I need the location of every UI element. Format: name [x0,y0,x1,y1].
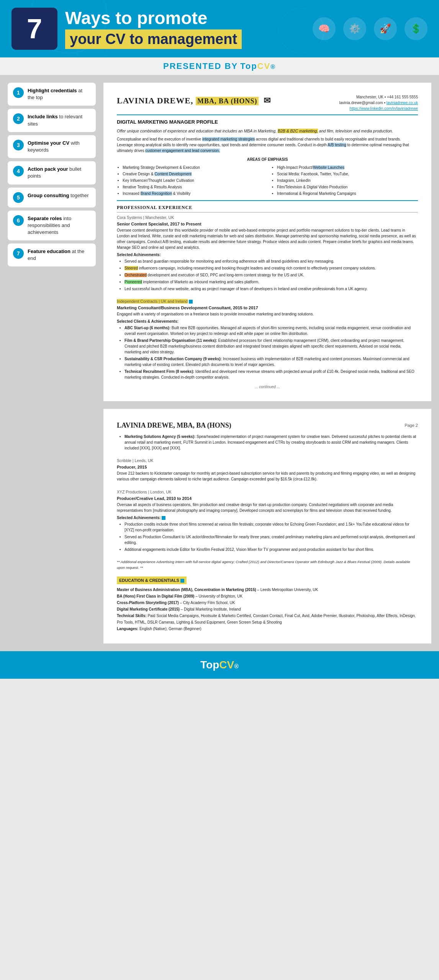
edu-item-1: Master of Business Administration (MBA),… [117,586,418,593]
area-item-6: Instagram, LinkedIn [277,178,418,183]
sidebar-number-2: 2 [13,113,24,124]
sidebar-text-4: Action pack your bullet points [28,166,90,180]
page-header: 7 Ways to promote your CV to management … [0,0,439,57]
cv-page-1: Lavinia Drewe, MBA, BA (Hons) ✉ Manchest… [103,83,431,401]
edu-item-4: Digital Marketing Certificate (2015) – D… [117,606,418,612]
sidebar-number-3: 3 [13,140,24,150]
xyz-bullet-2: Served as Production Consultant to UK ac… [124,534,418,546]
sidebar-text-6: Separate roles into responsibilities and… [28,215,90,236]
cv-profile-body: Conceptualise and lead the execution of … [117,136,418,154]
edu-item-6: Languages: English (Native); German (Beg… [117,626,418,632]
brand-top: Top [240,61,257,71]
scribble-title: Producer, 2015 [117,464,418,470]
highlight-ab: A/B testing [328,143,346,147]
job1-bullet-1: Served as brand guardian responsible for… [124,258,418,264]
footer-logo: TopCV® [8,659,431,671]
sidebar-bold-5: Group consulting [28,193,69,198]
xyz-title: Producer/Creative Lead, 2010 to 2014 [117,495,418,502]
brand-registered: ® [270,64,276,70]
job2-box-icon [189,300,193,304]
sidebar-number-4: 4 [13,166,24,176]
job1-org: Cora Systems | Manchester, UK [117,215,418,221]
sidebar-bold-2: Include links [28,114,58,119]
sidebar-item-1: 1 Highlight credentials at the top [8,83,96,106]
highlight-engagement: customer engagement and lead conversion. [145,149,220,153]
cv-linkedin-link[interactable]: https://www.linkedin.com/in/laviniadrewe [339,106,418,111]
education-box-icon [180,579,184,583]
cv-pages-container: Lavinia Drewe, MBA, BA (Hons) ✉ Manchest… [103,83,431,644]
cv-profile-intro: Offer unique combination of experience a… [117,128,418,134]
cv-exp-divider [117,200,418,201]
footer-brand-cv: CV [219,659,234,671]
sidebar-number-1: 1 [13,87,24,98]
job1-bullet-2: Steered influencers campaign, including … [124,265,418,271]
sidebar-item-2: 2 Include links to relevant sites [8,109,96,132]
header-text-block: Ways to promote your CV to management [65,8,242,49]
job2-body: Engaged with a variety of organisations … [117,311,418,317]
cv-education-section: Education & Credentials Master of Busine… [117,577,418,632]
tips-sidebar: 1 Highlight credentials at the top 2 Inc… [8,83,96,644]
cv-page-2: Lavinia Drewe, MBA, BA (Hons) Page 2 Mar… [103,409,431,644]
dollar-icon: 💲 [405,17,428,40]
area-item-3: Creative Design & Content Development [123,171,264,177]
cv-profile-title: Digital Marketing Manager Profile [117,118,418,126]
gear-icon: ⚙️ [343,17,366,40]
highlight-strategies: integrated marketing strategies [202,137,255,141]
cv-contact-block: Manchester, UK • +44 161 555 5555 lavini… [339,94,418,111]
job2-org-highlight: Independent Contracts | UK and Ireland [117,299,188,304]
job1-selected-title: Selected Achievements: [117,252,418,258]
job2-selected-title: Selected Clients & Achievements: [117,318,418,324]
page2-continued-bullets: Marketing Solutions Agency (5 weeks): Sp… [117,434,418,451]
sidebar-item-7: 7 Feature education at the end [8,243,96,266]
job2-bullet-4: Technical Recruitment Firm (8 weeks): Id… [124,369,418,380]
sidebar-text-7: Feature education at the end [28,248,90,262]
sidebar-bold-6: Separate roles [28,216,62,221]
job2-org: Independent Contracts | UK and Ireland [117,299,418,305]
sidebar-item-6: 6 Separate roles into responsibilities a… [8,211,96,241]
edu-item-3: Cross-Platform Storytelling (2017) – Cit… [117,599,418,606]
area-item-9: Increased Brand Recognition & Visibility [123,191,264,196]
education-title: Education & Credentials [117,577,187,585]
email-icon: ✉ [264,96,271,105]
footnote-text: ** Additional experience Advertising Int… [117,559,418,570]
page2-bullet-agency: Marketing Solutions Agency (5 weeks): Sp… [124,434,418,451]
sidebar-text-2: Include links to relevant sites [28,113,90,127]
area-item-7: Iterative Testing & Results Analysis [123,184,264,190]
brand-cv: CV [257,61,271,71]
job1-bullet-3: Orchestrated development and execution o… [124,272,418,278]
footer-brand-top: Top [200,659,219,671]
sidebar-text-1: Highlight credentials at the top [28,87,90,101]
header-title: Ways to promote [65,8,242,28]
sidebar-bold-1: Highlight credentials [28,88,77,93]
areas-list: Marketing Strategy Development & Executi… [117,165,418,196]
cv-contact-phone: Manchester, UK • +44 161 555 5555 [339,94,418,100]
brand-logo: TopCV® [240,61,276,71]
area-item-4: Social Media: Facebook, Twitter, YouTube… [277,171,418,177]
sidebar-item-3: 3 Optimise your CV with keywords [8,135,96,158]
sidebar-bold-3: Optimise your CV [28,140,69,146]
sidebar-number-5: 5 [13,192,24,203]
xyz-body: Oversaw all aspects of business operatio… [117,502,418,513]
cv-job-2: Independent Contracts | UK and Ireland M… [117,299,418,380]
brain-icon: 🧠 [313,17,336,40]
education-list: Master of Business Administration (MBA),… [117,586,418,632]
page2-header-row: Lavinia Drewe, MBA, BA (Hons) Page 2 [117,420,418,431]
cv-contact-email: lavinia.drewe@gmail.com • laviniadrewe.c… [339,100,418,106]
cv-header-row: Lavinia Drewe, MBA, BA (Hons) ✉ Manchest… [117,94,418,111]
cv-email-text: lavinia.drewe@gmail.com • [339,101,385,105]
rocket-icon: 🚀 [374,17,397,40]
footer-brand-reg: ® [234,663,239,670]
continued-text: ... continued ... [117,384,418,390]
scribble-body: Drove 212 backers to Kickstarter campaig… [117,470,418,482]
xyz-bullet-3: Additional engagements include Editor fo… [124,547,418,552]
cv-exp-title: Professional Experience [117,204,418,212]
sidebar-text-3: Optimise your CV with keywords [28,140,90,154]
cv-credentials: MBA, BA (Hons) [196,97,259,105]
xyz-box-icon [162,516,165,520]
xyz-selected-title: Selected Achievements: [117,515,418,521]
header-icons-group: 🧠 ⚙️ 🚀 💲 [313,0,428,57]
cv-website-link[interactable]: laviniadrewe.co.uk [387,101,418,105]
job1-bullet-4: Pioneered implementation of Marketo as i… [124,279,418,285]
edu-item-5: Technical Skills: Paid Social Media Camp… [117,612,418,626]
job2-bullet-1: ABC Start-up (6 months): Built new B2B o… [124,325,418,336]
